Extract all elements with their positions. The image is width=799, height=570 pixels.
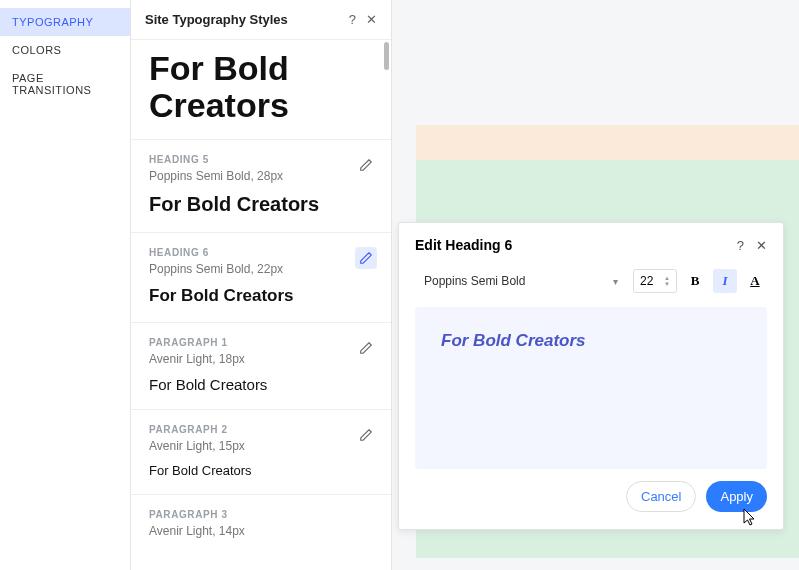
nav-item-colors[interactable]: COLORS	[0, 36, 130, 64]
style-meta: Poppins Semi Bold, 28px	[149, 169, 373, 183]
scrollbar-thumb[interactable]	[384, 42, 389, 70]
close-icon[interactable]: ✕	[756, 238, 767, 253]
style-label: PARAGRAPH 1	[149, 337, 373, 348]
chevron-down-icon: ▾	[613, 276, 618, 287]
help-icon[interactable]: ?	[349, 12, 356, 27]
sample-large: For Bold Creators	[131, 40, 391, 139]
font-size-input[interactable]: 22 ▲▼	[633, 269, 677, 293]
modal-title: Edit Heading 6	[415, 237, 512, 253]
panel-header: Site Typography Styles ? ✕	[131, 0, 391, 40]
pencil-icon[interactable]	[355, 154, 377, 176]
typography-panel: Site Typography Styles ? ✕ For Bold Crea…	[130, 0, 392, 570]
canvas-section-1	[416, 125, 799, 160]
style-label: HEADING 6	[149, 247, 373, 258]
apply-button[interactable]: Apply	[706, 481, 767, 512]
text-color-button[interactable]: A	[743, 269, 767, 293]
style-sample: For Bold Creators	[149, 193, 373, 216]
style-meta: Avenir Light, 18px	[149, 352, 373, 366]
pencil-icon[interactable]	[355, 337, 377, 359]
preview-area: For Bold Creators	[415, 307, 767, 469]
font-family-value: Poppins Semi Bold	[424, 274, 525, 288]
style-meta: Poppins Semi Bold, 22px	[149, 262, 373, 276]
style-label: PARAGRAPH 2	[149, 424, 373, 435]
italic-button[interactable]: I	[713, 269, 737, 293]
edit-heading-modal: Edit Heading 6 ? ✕ Poppins Semi Bold ▾ 2…	[398, 222, 784, 530]
help-icon[interactable]: ?	[737, 238, 744, 253]
preview-text: For Bold Creators	[441, 331, 741, 351]
modal-footer: Cancel Apply	[399, 481, 783, 512]
size-spinner[interactable]: ▲▼	[664, 275, 670, 287]
nav-item-typography[interactable]: TYPOGRAPHY	[0, 8, 130, 36]
left-nav: TYPOGRAPHY COLORS PAGE TRANSITIONS	[0, 0, 130, 570]
style-block-p2[interactable]: PARAGRAPH 2 Avenir Light, 15px For Bold …	[131, 409, 391, 494]
panel-body[interactable]: For Bold Creators HEADING 5 Poppins Semi…	[131, 40, 391, 568]
style-sample: For Bold Creators	[149, 376, 373, 393]
style-block-p1[interactable]: PARAGRAPH 1 Avenir Light, 18px For Bold …	[131, 322, 391, 409]
font-controls: Poppins Semi Bold ▾ 22 ▲▼ B I A	[399, 267, 783, 295]
style-sample: For Bold Creators	[149, 286, 373, 306]
pencil-icon[interactable]	[355, 247, 377, 269]
style-block-h6[interactable]: HEADING 6 Poppins Semi Bold, 22px For Bo…	[131, 232, 391, 322]
pencil-icon[interactable]	[355, 424, 377, 446]
style-meta: Avenir Light, 14px	[149, 524, 373, 538]
nav-item-page-transitions[interactable]: PAGE TRANSITIONS	[0, 64, 130, 104]
close-icon[interactable]: ✕	[366, 12, 377, 27]
modal-header: Edit Heading 6 ? ✕	[399, 223, 783, 267]
style-sample: For Bold Creators	[149, 463, 373, 478]
style-label: HEADING 5	[149, 154, 373, 165]
style-meta: Avenir Light, 15px	[149, 439, 373, 453]
style-block-h5[interactable]: HEADING 5 Poppins Semi Bold, 28px For Bo…	[131, 139, 391, 232]
cancel-button[interactable]: Cancel	[626, 481, 696, 512]
font-family-select[interactable]: Poppins Semi Bold ▾	[415, 267, 627, 295]
style-label: PARAGRAPH 3	[149, 509, 373, 520]
font-size-value: 22	[640, 274, 653, 288]
panel-title: Site Typography Styles	[145, 12, 288, 27]
style-block-p3[interactable]: PARAGRAPH 3 Avenir Light, 14px	[131, 494, 391, 554]
bold-button[interactable]: B	[683, 269, 707, 293]
